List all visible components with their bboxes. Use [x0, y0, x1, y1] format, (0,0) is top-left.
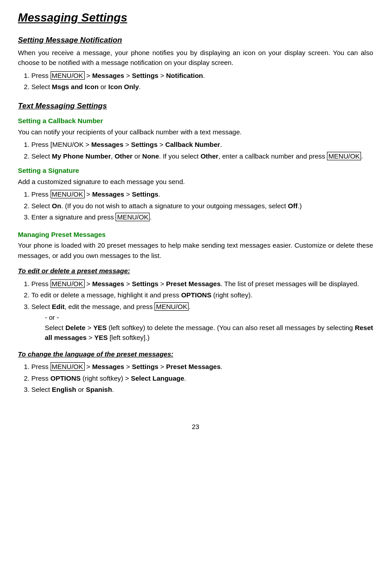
menu-ok-box-5: MENU/OK	[51, 279, 85, 288]
managing-preset-intro: Your phone is loaded with 20 preset mess…	[18, 240, 373, 261]
list-item: Select My Phone Number, Other or None. I…	[31, 151, 373, 162]
signature-steps: Press MENU/OK > Messages > Settings. Sel…	[31, 189, 373, 223]
heading-message-notification: Setting Message Notification	[18, 34, 373, 46]
menu-ok-box-4: MENU/OK	[116, 213, 150, 221]
list-item: Press OPTIONS (right softkey) > Select L…	[31, 373, 373, 384]
menu-ok-box: MENU/OK	[51, 71, 85, 80]
message-notification-intro: When you receive a message, your phone n…	[18, 48, 373, 68]
menu-ok-box-3: MENU/OK	[51, 190, 85, 198]
list-item: Press MENU/OK > Messages > Settings > Pr…	[31, 362, 373, 372]
heading-callback-number: Setting a Callback Number	[18, 116, 373, 126]
list-item: To edit or delete a message, highlight i…	[31, 290, 373, 300]
change-language-steps: Press MENU/OK > Messages > Settings > Pr…	[31, 362, 373, 395]
edit-delete-heading: To edit or delete a preset message:	[18, 267, 130, 275]
page-number: 23	[18, 422, 373, 432]
page-title: Messaging Settings	[18, 9, 373, 26]
heading-text-messaging-settings: Text Messaging Settings	[18, 100, 373, 112]
menu-ok-box-6: MENU/OK	[155, 302, 189, 311]
list-item: Press MENU/OK > Messages > Settings > No…	[31, 71, 373, 81]
list-item: Press [MENU/OK > Messages > Settings > C…	[31, 140, 373, 150]
menu-ok-box-2: MENU/OK	[327, 152, 361, 160]
callback-intro: You can notify your recipients of your c…	[18, 127, 373, 137]
or-text: - or -	[45, 313, 59, 321]
heading-managing-preset: Managing Preset Messages	[18, 230, 373, 240]
list-item: Press MENU/OK > Messages > Settings > Pr…	[31, 279, 373, 289]
edit-delete-heading-para: To edit or delete a preset message:	[18, 266, 373, 276]
delete-text: Select Delete > YES (left softkey) to de…	[45, 324, 373, 342]
list-item: Select On. (If you do not wish to attach…	[31, 201, 373, 211]
heading-signature: Setting a Signature	[18, 166, 373, 176]
list-item: Select English or Spanish.	[31, 385, 373, 395]
change-language-heading-para: To change the language of the preset mes…	[18, 349, 373, 360]
edit-delete-steps: Press MENU/OK > Messages > Settings > Pr…	[31, 279, 373, 343]
list-item: Press MENU/OK > Messages > Settings.	[31, 189, 373, 200]
callback-steps: Press [MENU/OK > Messages > Settings > C…	[31, 140, 373, 161]
change-language-heading: To change the language of the preset mes…	[18, 350, 173, 358]
list-item: Enter a signature and press MENU/OK.	[31, 212, 373, 223]
menu-ok-box-7: MENU/OK	[51, 362, 85, 371]
message-notification-steps: Press MENU/OK > Messages > Settings > No…	[31, 71, 373, 92]
list-item: Select Edit, edit the message, and press…	[31, 302, 373, 343]
signature-intro: Add a customized signature to each messa…	[18, 177, 373, 187]
list-item: Select Msgs and Icon or Icon Only.	[31, 82, 373, 92]
